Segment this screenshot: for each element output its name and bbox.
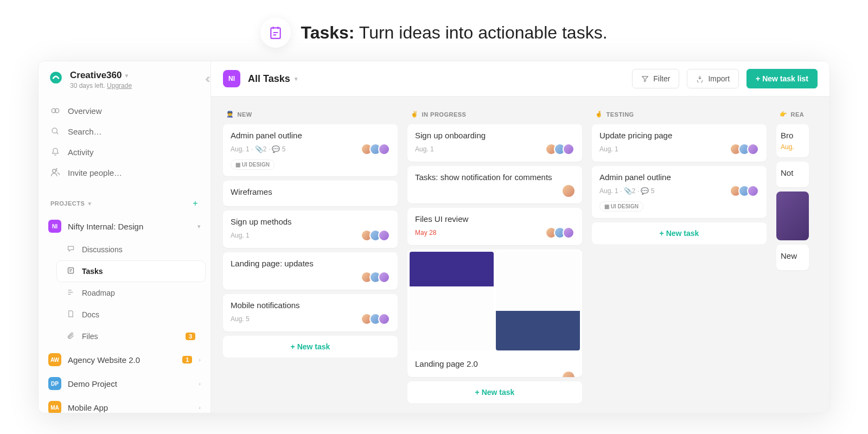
add-project-button[interactable]: + bbox=[190, 198, 201, 209]
chevron-down-icon: ▼ bbox=[124, 73, 129, 79]
sub-label: Files bbox=[82, 332, 98, 341]
nav-overview[interactable]: Overview bbox=[39, 100, 210, 121]
task-card[interactable]: Landing page: updates bbox=[223, 252, 398, 290]
avatar bbox=[747, 185, 759, 197]
project-sub-discussions[interactable]: Discussions bbox=[57, 239, 205, 260]
project-sub-docs[interactable]: Docs bbox=[57, 304, 205, 325]
new-task-list-button[interactable]: + New task list bbox=[746, 69, 818, 88]
task-card[interactable]: Not bbox=[776, 162, 809, 187]
avatar bbox=[378, 143, 390, 155]
task-card[interactable]: Admin panel outlineAug. 1 · 📎2 · 💬 5▦ UI… bbox=[592, 166, 767, 218]
chevron-icon: › bbox=[199, 380, 201, 387]
board-column: 👮NEWAdmin panel outlineAug. 1 · 📎2 · 💬 5… bbox=[223, 106, 398, 403]
chevron-down-icon: ▼ bbox=[87, 201, 92, 207]
hero-banner: Tasks: Turn ideas into actionable tasks. bbox=[0, 0, 868, 61]
avatar bbox=[563, 372, 575, 377]
task-card[interactable]: Tasks: show notification for comments bbox=[407, 166, 582, 203]
card-meta: Aug. bbox=[781, 143, 794, 151]
svg-point-5 bbox=[53, 169, 56, 173]
chevron-icon: › bbox=[199, 404, 201, 411]
column-emoji-icon: 👉 bbox=[780, 111, 788, 118]
task-card[interactable]: Sign up methodsAug. 1 bbox=[223, 210, 398, 248]
project-badge: MA bbox=[48, 401, 61, 413]
nav-search[interactable]: Search… bbox=[39, 121, 210, 142]
avatar-stack bbox=[548, 143, 575, 155]
task-card[interactable]: Sign up onboardingAug. 1 bbox=[407, 124, 582, 162]
trial-notice: 30 days left. Upgrade bbox=[70, 82, 132, 90]
task-card[interactable]: Landing page 2.0 bbox=[407, 250, 582, 377]
project-item[interactable]: MAMobile App› bbox=[39, 395, 210, 413]
filter-button[interactable]: Filter bbox=[632, 69, 679, 88]
discussions-icon bbox=[67, 245, 75, 254]
avatar bbox=[563, 227, 575, 239]
avatar-stack bbox=[733, 185, 759, 197]
task-card-image[interactable] bbox=[776, 192, 809, 240]
avatar-stack bbox=[364, 143, 390, 155]
avatar bbox=[747, 143, 759, 155]
workspace-name[interactable]: Creative360▼ bbox=[70, 70, 132, 81]
projects-list: NINifty Internal: Design▾DiscussionsTask… bbox=[39, 214, 210, 413]
main-nav: Overview Search… Activity Invite people… bbox=[39, 95, 210, 188]
docs-icon bbox=[67, 310, 75, 320]
card-meta: Aug. 1 bbox=[599, 145, 618, 153]
roadmap-icon bbox=[67, 288, 75, 298]
task-card[interactable]: Mobile notificationsAug. 5 bbox=[223, 294, 398, 331]
view-title[interactable]: All Tasks▼ bbox=[248, 73, 299, 85]
board-column: 👉REABroAug.NotNew bbox=[776, 106, 809, 403]
app-window: Creative360▼ 30 days left. Upgrade ‹‹ Ov… bbox=[38, 61, 830, 413]
svg-rect-0 bbox=[271, 28, 280, 39]
svg-point-4 bbox=[52, 128, 57, 133]
count-badge: 3 bbox=[186, 333, 195, 340]
task-card[interactable]: Wireframes bbox=[223, 181, 398, 206]
column-emoji-icon: ✌️ bbox=[411, 111, 419, 118]
nav-invite[interactable]: Invite people… bbox=[39, 162, 210, 183]
avatar-stack bbox=[364, 313, 390, 325]
upgrade-link[interactable]: Upgrade bbox=[107, 82, 132, 90]
files-icon bbox=[67, 331, 75, 341]
column-title: REA bbox=[791, 111, 805, 118]
task-card[interactable]: BroAug. bbox=[776, 124, 809, 157]
project-sub-roadmap[interactable]: Roadmap bbox=[57, 283, 205, 303]
sidebar: Creative360▼ 30 days left. Upgrade ‹‹ Ov… bbox=[39, 61, 211, 413]
card-meta: May 28 bbox=[415, 229, 436, 237]
avatar bbox=[563, 185, 575, 197]
card-title: Landing page: updates bbox=[231, 259, 390, 268]
svg-point-1 bbox=[50, 72, 62, 84]
project-sub-files[interactable]: Files3 bbox=[57, 326, 205, 347]
project-badge: NI bbox=[223, 70, 240, 87]
task-card[interactable]: Update pricing pageAug. 1 bbox=[592, 124, 767, 162]
hero-text: Tasks: Turn ideas into actionable tasks. bbox=[301, 23, 607, 43]
column-emoji-icon: 🤞 bbox=[595, 111, 603, 118]
column-title: IN PROGRESS bbox=[422, 111, 467, 118]
project-badge: NI bbox=[48, 220, 61, 233]
new-task-button[interactable]: + New task bbox=[592, 222, 767, 244]
nav-activity[interactable]: Activity bbox=[39, 142, 210, 162]
sub-label: Tasks bbox=[82, 267, 103, 276]
task-card[interactable]: Files UI reviewMay 28 bbox=[407, 208, 582, 245]
card-image-preview bbox=[407, 250, 582, 353]
projects-label[interactable]: PROJECTS▼ bbox=[50, 200, 93, 207]
project-item[interactable]: AWAgency Website 2.01› bbox=[39, 348, 210, 372]
new-task-button[interactable]: + New task bbox=[407, 381, 582, 403]
column-header[interactable]: 👉REA bbox=[776, 106, 809, 124]
task-card[interactable]: Admin panel outlineAug. 1 · 📎2 · 💬 5▦ UI… bbox=[223, 124, 398, 176]
column-header[interactable]: ✌️IN PROGRESS bbox=[407, 106, 582, 124]
project-name: Agency Website 2.0 bbox=[68, 355, 176, 365]
project-sub-tasks[interactable]: Tasks bbox=[57, 261, 205, 282]
column-header[interactable]: 🤞TESTING bbox=[592, 106, 767, 124]
task-card[interactable]: New bbox=[776, 245, 809, 270]
new-task-button[interactable]: + New task bbox=[223, 336, 398, 358]
card-title: Tasks: show notification for comments bbox=[415, 173, 575, 182]
card-title: Admin panel outline bbox=[231, 131, 390, 140]
project-item[interactable]: DPDemo Project› bbox=[39, 372, 210, 395]
link-icon bbox=[50, 106, 60, 116]
card-tag: ▦ UI DESIGN bbox=[599, 201, 643, 212]
project-item[interactable]: NINifty Internal: Design▾ bbox=[39, 214, 210, 238]
sub-label: Roadmap bbox=[82, 289, 115, 297]
column-header[interactable]: 👮NEW bbox=[223, 106, 398, 124]
card-meta: Aug. 5 bbox=[231, 315, 250, 323]
avatar bbox=[378, 313, 390, 325]
topbar: NI All Tasks▼ Filter Import + New task l… bbox=[211, 61, 829, 97]
import-button[interactable]: Import bbox=[687, 69, 739, 88]
workspace-header[interactable]: Creative360▼ 30 days left. Upgrade ‹‹ bbox=[39, 61, 210, 95]
